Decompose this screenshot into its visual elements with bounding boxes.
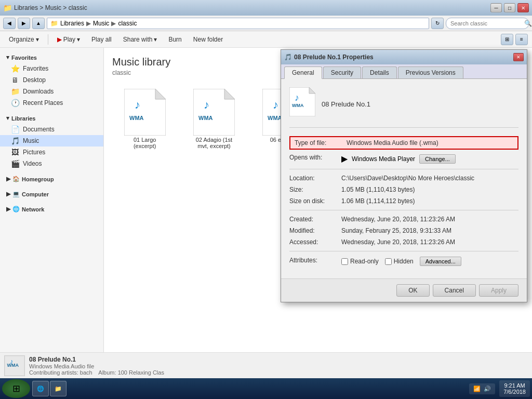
ok-button[interactable]: OK — [396, 284, 429, 297]
created-value: Wednesday, June 20, 2018, 11:23:26 AM — [341, 216, 518, 223]
file-header: WMA ♪ 08 Prelude No.1 — [289, 87, 518, 128]
opens-with-value: ▶ Windows Media Player Change... — [341, 154, 456, 164]
divider-1 — [289, 169, 518, 169]
hidden-checkbox[interactable] — [385, 258, 392, 265]
accessed-value: Wednesday, June 20, 2018, 11:23:26 AM — [341, 238, 518, 246]
location-row: Location: C:\Users\Dave\Desktop\No More … — [289, 175, 518, 182]
dialog-file-name: 08 Prelude No.1 — [322, 100, 370, 108]
divider-3 — [289, 251, 518, 251]
dialog-body: WMA ♪ 08 Prelude No.1 Type of file: Wind… — [281, 79, 527, 278]
change-button[interactable]: Change... — [419, 154, 456, 164]
tab-security[interactable]: Security — [323, 66, 361, 78]
tab-general[interactable]: General — [284, 66, 322, 79]
advanced-button[interactable]: Advanced... — [420, 257, 461, 266]
type-label: Type of file: — [295, 139, 347, 147]
apply-button[interactable]: Apply — [479, 284, 518, 297]
size-disk-label: Size on disk: — [289, 197, 341, 205]
opens-app: Windows Media Player — [352, 155, 415, 163]
size-row: Size: 1.05 MB (1,110,413 bytes) — [289, 186, 518, 193]
size-disk-value: 1.06 MB (1,114,112 bytes) — [341, 197, 518, 205]
attributes-row: Attributes: Read-only Hidden Advanced... — [289, 257, 518, 266]
size-value: 1.05 MB (1,110,413 bytes) — [341, 186, 518, 193]
dialog-titlebar: 🎵 08 Prelude No.1 Properties ✕ — [281, 50, 527, 64]
dialog-close-button[interactable]: ✕ — [513, 53, 524, 61]
dialog-tabs: General Security Details Previous Versio… — [281, 64, 527, 79]
tab-previous-versions[interactable]: Previous Versions — [398, 66, 463, 78]
readonly-check[interactable]: Read-only — [341, 258, 379, 265]
accessed-label: Accessed: — [289, 238, 341, 246]
readonly-checkbox[interactable] — [341, 258, 348, 265]
location-value: C:\Users\Dave\Desktop\No More Heroes\cla… — [341, 175, 518, 182]
media-player-icon: ▶ — [341, 154, 348, 164]
file-header-icon: WMA ♪ — [289, 87, 315, 121]
properties-dialog: 🎵 08 Prelude No.1 Properties ✕ General S… — [281, 49, 527, 302]
accessed-row: Accessed: Wednesday, June 20, 2018, 11:2… — [289, 238, 518, 246]
modified-value: Sunday, February 25, 2018, 9:31:33 AM — [341, 227, 518, 234]
size-label: Size: — [289, 186, 341, 193]
location-label: Location: — [289, 175, 341, 182]
readonly-label: Read-only — [350, 258, 379, 265]
created-row: Created: Wednesday, June 20, 2018, 11:23… — [289, 216, 518, 223]
dialog-title: 08 Prelude No.1 Properties — [294, 54, 511, 61]
svg-marker-28 — [309, 87, 315, 94]
opens-with-row: Opens with: ▶ Windows Media Player Chang… — [289, 154, 518, 164]
created-label: Created: — [289, 216, 341, 223]
tab-details[interactable]: Details — [362, 66, 397, 78]
attributes-label: Attributes: — [289, 257, 341, 266]
modified-label: Modified: — [289, 227, 341, 234]
divider-2 — [289, 210, 518, 210]
svg-text:♪: ♪ — [295, 92, 299, 103]
type-value: Windows Media Audio file (.wma) — [347, 139, 513, 147]
dialog-icon: 🎵 — [284, 54, 292, 61]
cancel-button[interactable]: Cancel — [433, 284, 476, 297]
dialog-footer: OK Cancel Apply — [281, 278, 527, 302]
attributes-controls: Read-only Hidden Advanced... — [341, 257, 461, 266]
opens-label: Opens with: — [289, 154, 341, 164]
hidden-check[interactable]: Hidden — [385, 258, 414, 265]
type-row-highlighted: Type of file: Windows Media Audio file (… — [289, 136, 518, 150]
size-disk-row: Size on disk: 1.06 MB (1,114,112 bytes) — [289, 197, 518, 205]
dialog-overlay: 🎵 08 Prelude No.1 Properties ✕ General S… — [0, 0, 532, 399]
svg-text:WMA: WMA — [292, 103, 304, 108]
modified-row: Modified: Sunday, February 25, 2018, 9:3… — [289, 227, 518, 234]
hidden-label: Hidden — [394, 258, 414, 265]
